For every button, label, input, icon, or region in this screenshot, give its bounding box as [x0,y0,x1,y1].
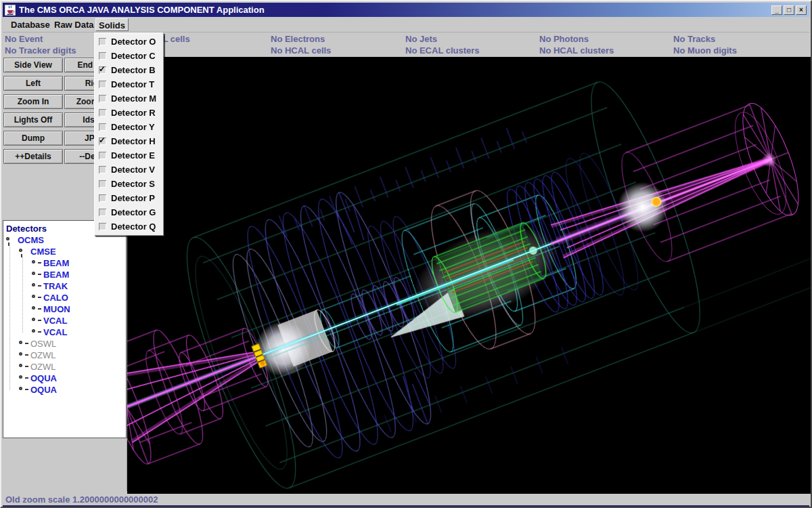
checkbox-icon [99,109,106,117]
tree-node[interactable]: OZWL [3,350,126,361]
status-label: No ECAL clusters [405,45,480,56]
solids-menu-item[interactable]: Detector M [95,91,163,106]
menu-raw-data[interactable]: Raw Data [51,18,97,31]
solids-menu-item[interactable]: Detector P [95,191,163,205]
tree-leaf-icon[interactable] [18,350,28,361]
tree-node-label: OSWL [30,338,56,350]
tree-leaf-icon[interactable] [18,339,28,350]
tree-node-label: OZWL [30,361,56,373]
solids-menu-item[interactable]: Detector O [95,35,163,49]
checkbox-icon [99,137,106,145]
tree-leaf-icon[interactable] [18,385,28,396]
solids-dropdown-menu: Detector O Detector C Detector B Detecto… [94,33,164,236]
solids-menu-item[interactable]: Detector C [95,49,163,63]
left-button[interactable]: Left [3,76,63,91]
tree-node[interactable]: OQUA [3,373,126,384]
dump-button[interactable]: Dump [3,131,63,146]
tree-node-label: CALO [43,292,68,303]
checkbox-icon [99,166,106,173]
solids-menu-item[interactable]: Detector H [95,134,163,148]
menu-item-label: Detector T [111,79,154,89]
zoom-in-button[interactable]: Zoom In [3,94,63,109]
menu-item-label: Detector M [111,93,156,104]
tree-node[interactable]: VCAL [3,326,126,338]
menu-solids[interactable]: Solids [95,18,129,31]
detector-tree-panel: Detectors OCMS CMSE BEAM BEAM TRAK CALO … [3,220,127,438]
tree-leaf-icon[interactable] [30,258,41,269]
close-button[interactable]: × [796,5,807,15]
tree-leaf-icon[interactable] [30,293,41,303]
menu-item-label: Detector P [111,193,155,203]
checkbox-icon [99,66,106,74]
tree-node[interactable]: OSWL [3,338,126,350]
detector-3d-viewport[interactable] [127,57,811,494]
checkbox-icon [99,152,106,159]
solids-menu-item[interactable]: Detector S [95,177,163,191]
more-details-button[interactable]: ++Details [3,149,63,164]
menu-item-label: Detector H [111,136,156,146]
tree-node-label: BEAM [43,257,69,269]
tree-handle-icon[interactable] [5,235,16,246]
tree-leaf-icon[interactable] [30,316,41,326]
checkbox-icon [99,180,106,188]
tree-handle-icon[interactable] [18,247,28,257]
tree-node[interactable]: OZWL [3,361,126,373]
window-title: The CMS ORCA JAVA ANALYSIS COMPONENT App… [19,5,771,15]
tree-node[interactable]: CALO [3,292,126,303]
solids-menu-item[interactable]: Detector R [95,106,163,120]
checkbox-icon [99,52,106,60]
solids-menu-item[interactable]: Detector T [95,77,163,91]
status-label: No Electrons [271,33,331,45]
menu-database[interactable]: Database [8,18,53,31]
maximize-button[interactable]: □ [784,5,794,15]
tree-node[interactable]: MUON [3,303,126,315]
cms-detector-wireframe [127,57,811,494]
status-label: No HCAL clusters [539,45,614,56]
title-bar[interactable]: The CMS ORCA JAVA ANALYSIS COMPONENT App… [3,3,809,17]
menu-item-label: Detector S [111,179,155,189]
checkbox-icon [99,95,106,102]
status-label: No Muon digits [673,45,737,56]
menu-bar: Database Raw Data Solids [3,17,809,33]
menu-item-label: Detector C [111,51,156,61]
tree-node-label: VCAL [43,315,67,326]
status-label: No Event [5,33,76,45]
tree-leaf-icon[interactable] [30,270,41,280]
tree-node[interactable]: BEAM [3,269,126,280]
checkbox-icon [99,38,106,45]
tree-node[interactable]: CMSE [3,246,126,257]
tree-node[interactable]: BEAM [3,257,126,269]
solids-menu-item[interactable]: Detector Q [95,219,163,234]
tree-node-label: MUON [43,303,70,315]
solids-menu-item[interactable]: Detector Y [95,120,163,134]
tree-leaf-icon[interactable] [30,281,41,292]
solids-menu-item[interactable]: Detector E [95,148,163,163]
status-label: No Photons [539,33,614,45]
menu-item-label: Detector R [111,108,156,118]
tree-node-label: TRAK [43,280,68,292]
status-label: No Tracks [673,33,737,45]
zoom-status-bar: Old zoom scale 1.2000000000000002 [3,494,809,505]
solids-menu-item[interactable]: Detector G [95,205,163,219]
tree-node[interactable]: VCAL [3,315,126,326]
solids-menu-item[interactable]: Detector V [95,163,163,177]
status-column: No Event No Tracker digits [5,33,76,56]
status-column: No Jets No ECAL clusters [405,33,480,56]
tree-leaf-icon[interactable] [30,304,41,315]
tree-leaf-icon[interactable] [30,327,41,338]
lights-off-button[interactable]: Lights Off [3,112,63,127]
side-view-button[interactable]: Side View [3,58,63,72]
menu-item-label: Detector Q [111,221,156,232]
tree-node[interactable]: OCMS [3,234,126,246]
menu-item-label: Detector B [111,65,156,75]
tree-node[interactable]: OQUA [3,384,126,396]
status-label: No Tracker digits [5,45,76,56]
menu-item-label: Detector E [111,150,155,161]
solids-menu-item[interactable]: Detector B [95,63,163,77]
tree-node-label: OCMS [18,234,44,246]
tree-leaf-icon[interactable] [18,362,28,373]
tree-node[interactable]: TRAK [3,280,126,292]
tree-leaf-icon[interactable] [18,373,28,384]
minimize-button[interactable]: _ [771,5,782,15]
status-column: No Electrons No HCAL cells [271,33,331,56]
